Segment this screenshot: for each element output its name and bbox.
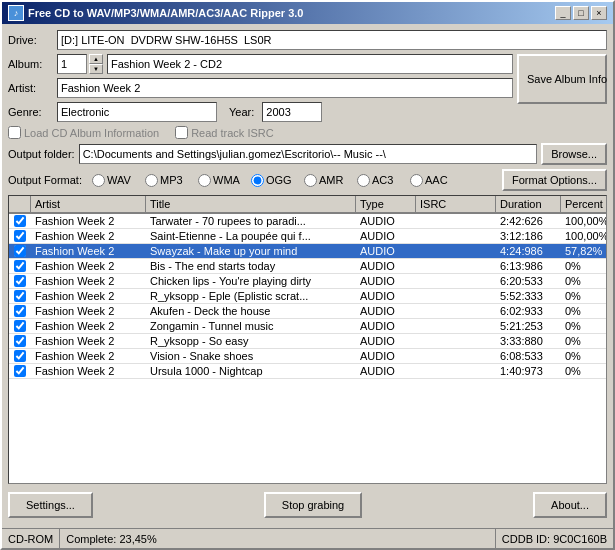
table-row[interactable]: Fashion Week 2 Vision - Snake shoes AUDI… (9, 349, 606, 364)
format-wma-label[interactable]: WMA (198, 174, 243, 187)
row-isrc-1 (416, 229, 496, 243)
row-duration-1: 3:12:186 (496, 229, 561, 243)
output-folder-input[interactable] (79, 144, 537, 164)
row-checkbox-10[interactable] (14, 365, 26, 377)
row-duration-2: 4:24:986 (496, 244, 561, 258)
row-duration-0: 2:42:626 (496, 214, 561, 228)
row-type-8: AUDIO (356, 334, 416, 348)
album-name-input[interactable] (107, 54, 513, 74)
row-percent-6: 0% (561, 304, 606, 318)
row-checkbox-9[interactable] (14, 350, 26, 362)
row-checkbox-5[interactable] (14, 290, 26, 302)
th-type[interactable]: Type (356, 196, 416, 213)
about-button[interactable]: About... (533, 492, 607, 518)
table-row[interactable]: Fashion Week 2 Ursula 1000 - Nightcap AU… (9, 364, 606, 379)
th-title[interactable]: Title (146, 196, 356, 213)
title-controls: _ □ × (555, 6, 607, 20)
row-checkbox-8[interactable] (14, 335, 26, 347)
row-checkbox-0[interactable] (14, 215, 26, 227)
title-bar: ♪ Free CD to WAV/MP3/WMA/AMR/AC3/AAC Rip… (2, 2, 613, 24)
table-row[interactable]: Fashion Week 2 Bis - The end starts toda… (9, 259, 606, 274)
spinner-down-button[interactable]: ▼ (89, 64, 103, 74)
row-title-0: Tarwater - 70 rupees to paradi... (146, 214, 356, 228)
row-checkbox-6[interactable] (14, 305, 26, 317)
row-artist-2: Fashion Week 2 (31, 244, 146, 258)
format-amr-label[interactable]: AMR (304, 174, 349, 187)
year-label: Year: (229, 106, 254, 118)
table-row[interactable]: Fashion Week 2 Saint-Etienne - La poupée… (9, 229, 606, 244)
row-check-cell (9, 259, 31, 273)
row-title-3: Bis - The end starts today (146, 259, 356, 273)
table-row[interactable]: Fashion Week 2 Tarwater - 70 rupees to p… (9, 214, 606, 229)
row-isrc-9 (416, 349, 496, 363)
th-duration[interactable]: Duration (496, 196, 561, 213)
genre-label: Genre: (8, 106, 53, 118)
table-row[interactable]: Fashion Week 2 R_yksopp - So easy AUDIO … (9, 334, 606, 349)
album-label: Album: (8, 58, 53, 70)
row-checkbox-2[interactable] (14, 245, 26, 257)
row-check-cell (9, 244, 31, 258)
th-isrc[interactable]: ISRC (416, 196, 496, 213)
minimize-button[interactable]: _ (555, 6, 571, 20)
save-album-button[interactable]: Save Album Info (517, 54, 607, 104)
status-cddb: CDDB ID: 9C0C160B (496, 529, 613, 548)
th-percent[interactable]: Percent (561, 196, 607, 213)
row-percent-2: 57,82% (561, 244, 606, 258)
row-isrc-10 (416, 364, 496, 378)
spinner-up-button[interactable]: ▲ (89, 54, 103, 64)
row-checkbox-7[interactable] (14, 320, 26, 332)
table-row[interactable]: Fashion Week 2 R_yksopp - Eple (Eplistic… (9, 289, 606, 304)
row-checkbox-4[interactable] (14, 275, 26, 287)
row-isrc-6 (416, 304, 496, 318)
format-ogg-radio[interactable] (251, 174, 264, 187)
th-check (9, 196, 31, 213)
read-isrc-checkbox-label[interactable]: Read track ISRC (175, 126, 274, 139)
browse-button[interactable]: Browse... (541, 143, 607, 165)
row-percent-10: 0% (561, 364, 606, 378)
table-row[interactable]: Fashion Week 2 Chicken lips - You're pla… (9, 274, 606, 289)
format-aac-label[interactable]: AAC (410, 174, 455, 187)
format-mp3-radio[interactable] (145, 174, 158, 187)
format-options-button[interactable]: Format Options... (502, 169, 607, 191)
row-checkbox-3[interactable] (14, 260, 26, 272)
table-row[interactable]: Fashion Week 2 Swayzak - Make up your mi… (9, 244, 606, 259)
genre-input[interactable] (57, 102, 217, 122)
table-row[interactable]: Fashion Week 2 Zongamin - Tunnel music A… (9, 319, 606, 334)
format-aac-radio[interactable] (410, 174, 423, 187)
stop-button[interactable]: Stop grabing (264, 492, 362, 518)
format-ogg-label[interactable]: OGG (251, 174, 296, 187)
format-amr-radio[interactable] (304, 174, 317, 187)
row-type-7: AUDIO (356, 319, 416, 333)
load-cd-checkbox-label[interactable]: Load CD Album Information (8, 126, 159, 139)
status-progress: Complete: 23,45% (60, 529, 496, 548)
album-spinner: ▲ ▼ (57, 54, 103, 74)
row-check-cell (9, 274, 31, 288)
format-wav-label[interactable]: WAV (92, 174, 137, 187)
load-cd-checkbox[interactable] (8, 126, 21, 139)
artist-input[interactable] (57, 78, 513, 98)
drive-row: Drive: (8, 30, 607, 50)
row-percent-4: 0% (561, 274, 606, 288)
row-checkbox-1[interactable] (14, 230, 26, 242)
output-row: Output folder: Browse... (8, 143, 607, 165)
settings-button[interactable]: Settings... (8, 492, 93, 518)
format-mp3-label[interactable]: MP3 (145, 174, 190, 187)
format-wav-radio[interactable] (92, 174, 105, 187)
track-table: Artist Title Type ISRC Duration Percent … (8, 195, 607, 484)
year-input[interactable] (262, 102, 322, 122)
window-title: Free CD to WAV/MP3/WMA/AMR/AC3/AAC Rippe… (28, 7, 303, 19)
format-ac3-label[interactable]: AC3 (357, 174, 402, 187)
close-button[interactable]: × (591, 6, 607, 20)
format-ac3-radio[interactable] (357, 174, 370, 187)
album-number-input[interactable] (57, 54, 87, 74)
drive-field[interactable] (57, 30, 607, 50)
read-isrc-checkbox[interactable] (175, 126, 188, 139)
row-check-cell (9, 319, 31, 333)
th-artist[interactable]: Artist (31, 196, 146, 213)
format-wma-radio[interactable] (198, 174, 211, 187)
drive-label: Drive: (8, 34, 53, 46)
maximize-button[interactable]: □ (573, 6, 589, 20)
table-row[interactable]: Fashion Week 2 Akufen - Deck the house A… (9, 304, 606, 319)
row-percent-7: 0% (561, 319, 606, 333)
artist-label: Artist: (8, 82, 53, 94)
